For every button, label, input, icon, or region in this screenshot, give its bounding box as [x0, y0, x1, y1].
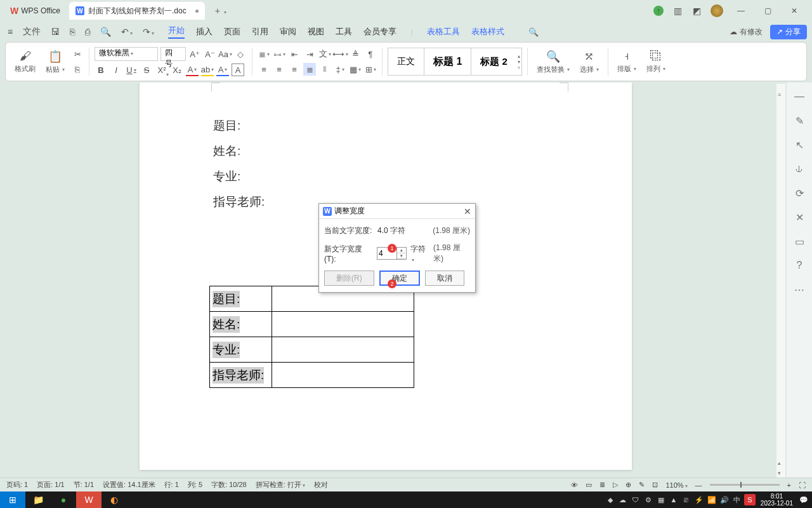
document-text[interactable]: 题目: 姓名: 专业: 指导老师: — [213, 113, 265, 215]
share-button[interactable]: ↗ 分享 — [770, 25, 807, 39]
char-spacing-button[interactable]: ⟷ — [334, 48, 346, 60]
style-normal[interactable]: 正文 — [388, 48, 424, 75]
spin-down[interactable]: ▾ — [397, 253, 405, 259]
print-icon[interactable]: ⎙ — [82, 27, 93, 37]
save-icon[interactable]: 🖫 — [48, 27, 62, 37]
ok-button[interactable]: 确定 — [379, 271, 420, 286]
status-page[interactable]: 页面: 1/1 — [37, 480, 64, 490]
vertical-scrollbar[interactable]: ≡ ▴ ▾ — [776, 84, 785, 484]
align-right-button[interactable]: ≡ — [288, 63, 301, 76]
document-tab[interactable]: W 封面下划线如何整齐划一.doc — [69, 2, 205, 20]
zoom-out-button[interactable]: — — [695, 481, 702, 489]
zoom-value[interactable]: 110% — [665, 481, 687, 489]
zoom-in-button[interactable]: + — [787, 481, 791, 489]
pointer-icon[interactable]: ↖ — [793, 138, 806, 151]
search-icon[interactable]: 🔍 — [528, 27, 539, 37]
copy-icon[interactable]: ⎘ — [71, 63, 84, 76]
highlight-button[interactable]: ab — [201, 64, 214, 76]
increase-indent-button[interactable]: ⇥ — [303, 48, 316, 60]
cell-text[interactable]: 姓名: — [213, 316, 240, 333]
distribute-button[interactable]: ⫴ — [318, 63, 331, 76]
spin-up[interactable]: ▴ — [397, 248, 405, 253]
line-spacing-button[interactable]: ‡ — [334, 63, 346, 76]
ime-indicator[interactable]: 中 — [731, 494, 743, 505]
sync-up-icon[interactable]: ↑ — [653, 6, 664, 16]
panel-icon[interactable]: ▥ — [672, 6, 683, 16]
increase-font-icon[interactable]: A⁺ — [188, 48, 201, 60]
collapse-icon[interactable]: — — [793, 90, 806, 103]
minimize-button[interactable]: — — [732, 4, 750, 17]
italic-button[interactable]: I — [110, 64, 122, 76]
ime-icon[interactable]: S — [744, 494, 756, 505]
decrease-font-icon[interactable]: A⁻ — [204, 48, 216, 60]
redo-button[interactable]: ↷ — [140, 27, 157, 37]
format-painter-button[interactable]: 🖌 格式刷 — [11, 50, 39, 74]
tray-icon[interactable]: ⚙ — [643, 494, 654, 505]
text-line[interactable]: 指导老师: — [213, 189, 265, 215]
text-direction-button[interactable]: 文 — [318, 48, 331, 60]
strike-button[interactable]: S — [140, 64, 153, 76]
bold-button[interactable]: B — [95, 64, 107, 76]
view-web-icon[interactable]: ⊕ — [625, 481, 631, 489]
scroll-up-arrow[interactable]: ▴ — [778, 460, 781, 466]
undo-button[interactable]: ↶ — [119, 27, 135, 37]
user-avatar[interactable] — [710, 4, 723, 17]
find-replace-button[interactable]: 🔍 查找替换 — [533, 50, 573, 74]
cube-icon[interactable]: ◩ — [691, 6, 702, 16]
underline-button[interactable]: U — [125, 64, 138, 76]
status-spell[interactable]: 拼写检查: 打开 — [256, 480, 305, 490]
view-draft-icon[interactable]: ✎ — [639, 481, 645, 489]
unit-select[interactable]: 字符 — [410, 244, 429, 264]
view-read-icon[interactable]: ▷ — [613, 481, 618, 489]
new-tab-button[interactable]: + — [211, 6, 230, 16]
cut-icon[interactable]: ✂ — [71, 48, 84, 60]
font-name-select[interactable]: 微软雅黑 — [95, 47, 158, 61]
export-icon[interactable]: ⎘ — [67, 27, 77, 37]
tab-table-tools[interactable]: 表格工具 — [427, 26, 460, 37]
tab-view[interactable]: 视图 — [308, 26, 324, 37]
tray-icon[interactable]: ⚡ — [693, 494, 705, 505]
tools-icon[interactable]: ✕ — [793, 211, 806, 224]
cell-text[interactable]: 题目: — [213, 291, 240, 307]
preview-icon[interactable]: 🔍 — [98, 27, 114, 37]
para-shading-button[interactable]: ▦ — [349, 63, 362, 76]
status-pos[interactable]: 设置值: 14.1厘米 — [103, 480, 155, 490]
explorer-icon[interactable]: 📁 — [25, 491, 51, 508]
notifications-icon[interactable]: 💬 — [798, 494, 809, 505]
justify-button[interactable]: ≣ — [303, 63, 316, 76]
close-button[interactable]: ✕ — [785, 4, 803, 17]
superscript-button[interactable]: X² — [155, 64, 168, 76]
has-change-indicator[interactable]: ☁ 有修改 — [730, 27, 763, 37]
shading-button[interactable]: A — [216, 64, 229, 76]
settings-icon[interactable]: ⫝ — [793, 163, 806, 175]
layout-button[interactable]: ⫞ 排版 — [613, 50, 640, 74]
tray-icon[interactable]: 📶 — [706, 494, 717, 505]
text-line[interactable]: 题目: — [213, 113, 265, 138]
wechat-icon[interactable]: ● — [51, 491, 76, 508]
borders-button[interactable]: ⊞ — [364, 63, 377, 76]
cancel-button[interactable]: 取消 — [425, 271, 464, 286]
view-outline-icon[interactable]: ≣ — [599, 481, 605, 489]
tray-icon[interactable]: 🛡 — [630, 494, 641, 505]
firefox-icon[interactable]: ◐ — [102, 491, 127, 508]
tab-review[interactable]: 审阅 — [280, 26, 296, 37]
more-icon[interactable]: ⋯ — [793, 283, 806, 296]
change-case-icon[interactable]: Aa — [219, 48, 232, 60]
text-line[interactable]: 姓名: — [213, 138, 265, 164]
subscript-button[interactable]: X₂ — [171, 64, 183, 76]
style-heading2[interactable]: 标题 2 — [471, 48, 516, 75]
tray-icon[interactable]: ☁ — [617, 494, 629, 505]
menu-icon[interactable]: ≡ — [5, 27, 15, 37]
file-menu[interactable]: 文件 — [20, 26, 43, 37]
decrease-indent-button[interactable]: ⇤ — [288, 48, 301, 60]
chevron-down-icon[interactable] — [223, 6, 226, 16]
status-col[interactable]: 列: 5 — [188, 480, 202, 490]
tab-insert[interactable]: 插入 — [196, 26, 213, 37]
tray-icon[interactable]: ▦ — [655, 494, 667, 505]
font-size-select[interactable]: 四号 — [160, 47, 186, 61]
status-proof[interactable]: 校对 — [314, 480, 328, 490]
volume-icon[interactable]: 🔊 — [719, 494, 730, 505]
refresh-icon[interactable]: ⟳ — [793, 187, 806, 199]
select-button[interactable]: ⤱ 选择 — [576, 50, 603, 74]
pencil-icon[interactable]: ✎ — [793, 114, 806, 127]
